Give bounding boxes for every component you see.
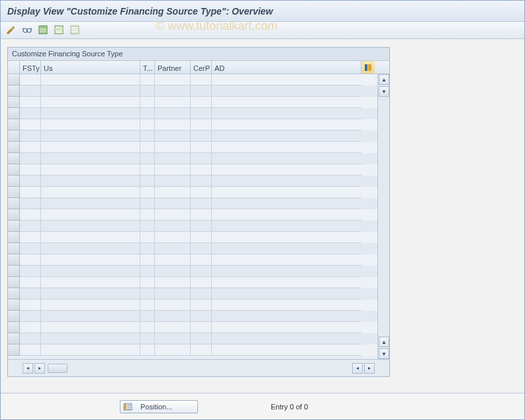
cell-partner[interactable] xyxy=(155,221,191,232)
cell-ad[interactable] xyxy=(212,232,361,243)
cell-partner[interactable] xyxy=(155,119,191,131)
cell-cerp[interactable] xyxy=(191,209,212,221)
row-selector[interactable] xyxy=(8,299,20,311)
cell-cerp[interactable] xyxy=(191,198,212,209)
table-row[interactable] xyxy=(8,243,377,254)
cell-fsty[interactable] xyxy=(20,333,41,344)
cell-t[interactable] xyxy=(140,108,155,119)
change-display-button[interactable] xyxy=(5,24,18,37)
cell-us[interactable] xyxy=(41,232,140,243)
table-row[interactable] xyxy=(8,108,377,119)
cell-fsty[interactable] xyxy=(20,85,41,97)
cell-partner[interactable] xyxy=(155,198,191,209)
vertical-scrollbar[interactable]: ▲ ▼ ▲ ▼ xyxy=(377,74,389,359)
hscroll-track[interactable] xyxy=(70,363,350,374)
cell-us[interactable] xyxy=(41,277,140,288)
cell-ad[interactable] xyxy=(212,288,361,299)
col-us[interactable]: Us xyxy=(41,61,140,74)
cell-partner[interactable] xyxy=(155,97,191,108)
cell-t[interactable] xyxy=(140,153,155,164)
cell-cerp[interactable] xyxy=(191,344,212,356)
cell-t[interactable] xyxy=(140,176,155,187)
cell-fsty[interactable] xyxy=(20,74,41,85)
cell-us[interactable] xyxy=(41,209,140,221)
select-block-button[interactable] xyxy=(52,24,66,37)
table-row[interactable] xyxy=(8,322,377,333)
row-selector[interactable] xyxy=(8,333,20,344)
cell-fsty[interactable] xyxy=(20,232,41,243)
position-button[interactable]: Position... xyxy=(120,400,198,413)
cell-partner[interactable] xyxy=(155,142,191,153)
table-row[interactable] xyxy=(8,266,377,277)
cell-us[interactable] xyxy=(41,142,140,153)
cell-t[interactable] xyxy=(140,209,155,221)
table-row[interactable] xyxy=(8,131,377,142)
table-row[interactable] xyxy=(8,142,377,153)
cell-fsty[interactable] xyxy=(20,97,41,108)
table-row[interactable] xyxy=(8,311,377,322)
cell-ad[interactable] xyxy=(212,322,361,333)
col-ad[interactable]: AD xyxy=(212,61,361,74)
col-cerp[interactable]: CerP xyxy=(191,61,212,74)
scroll-last-button[interactable]: ▸ xyxy=(364,363,375,374)
cell-t[interactable] xyxy=(140,266,155,277)
col-fsty[interactable]: FSTy xyxy=(20,61,41,74)
cell-fsty[interactable] xyxy=(20,243,41,254)
cell-us[interactable] xyxy=(41,176,140,187)
cell-t[interactable] xyxy=(140,131,155,142)
cell-ad[interactable] xyxy=(212,85,361,97)
cell-partner[interactable] xyxy=(155,277,191,288)
row-selector[interactable] xyxy=(8,176,20,187)
cell-ad[interactable] xyxy=(212,311,361,322)
cell-partner[interactable] xyxy=(155,232,191,243)
cell-partner[interactable] xyxy=(155,243,191,254)
cell-cerp[interactable] xyxy=(191,311,212,322)
cell-t[interactable] xyxy=(140,311,155,322)
cell-t[interactable] xyxy=(140,187,155,198)
table-row[interactable] xyxy=(8,232,377,243)
cell-ad[interactable] xyxy=(212,97,361,108)
scroll-right-button[interactable]: ◂ xyxy=(352,363,363,374)
cell-cerp[interactable] xyxy=(191,164,212,176)
cell-partner[interactable] xyxy=(155,108,191,119)
cell-ad[interactable] xyxy=(212,74,361,85)
row-selector[interactable] xyxy=(8,187,20,198)
cell-fsty[interactable] xyxy=(20,142,41,153)
cell-partner[interactable] xyxy=(155,344,191,356)
cell-partner[interactable] xyxy=(155,176,191,187)
row-selector[interactable] xyxy=(8,232,20,243)
cell-us[interactable] xyxy=(41,74,140,85)
cell-ad[interactable] xyxy=(212,187,361,198)
cell-t[interactable] xyxy=(140,333,155,344)
cell-cerp[interactable] xyxy=(191,254,212,266)
row-selector[interactable] xyxy=(8,119,20,131)
row-selector[interactable] xyxy=(8,209,20,221)
cell-fsty[interactable] xyxy=(20,198,41,209)
cell-us[interactable] xyxy=(41,131,140,142)
table-row[interactable] xyxy=(8,221,377,232)
row-selector[interactable] xyxy=(8,142,20,153)
cell-fsty[interactable] xyxy=(20,344,41,356)
cell-ad[interactable] xyxy=(212,221,361,232)
details-button[interactable] xyxy=(21,24,34,37)
scroll-down-end-button[interactable]: ▼ xyxy=(379,348,389,359)
cell-us[interactable] xyxy=(41,311,140,322)
cell-t[interactable] xyxy=(140,164,155,176)
row-selector[interactable] xyxy=(8,243,20,254)
cell-partner[interactable] xyxy=(155,209,191,221)
cell-partner[interactable] xyxy=(155,299,191,311)
table-row[interactable] xyxy=(8,198,377,209)
cell-partner[interactable] xyxy=(155,322,191,333)
cell-cerp[interactable] xyxy=(191,299,212,311)
cell-t[interactable] xyxy=(140,299,155,311)
cell-fsty[interactable] xyxy=(20,221,41,232)
cell-ad[interactable] xyxy=(212,333,361,344)
cell-ad[interactable] xyxy=(212,153,361,164)
cell-partner[interactable] xyxy=(155,311,191,322)
cell-us[interactable] xyxy=(41,198,140,209)
cell-t[interactable] xyxy=(140,288,155,299)
cell-us[interactable] xyxy=(41,322,140,333)
table-row[interactable] xyxy=(8,85,377,97)
cell-ad[interactable] xyxy=(212,266,361,277)
cell-t[interactable] xyxy=(140,344,155,356)
